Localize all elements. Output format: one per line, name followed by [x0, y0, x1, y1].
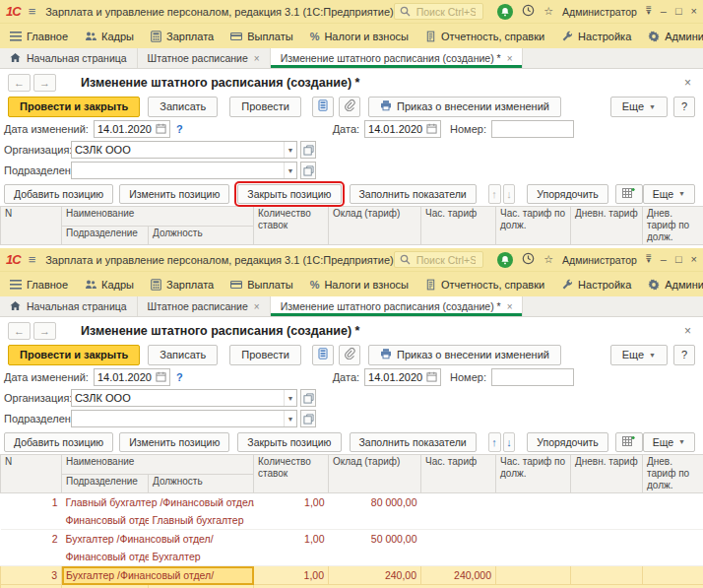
menu-item-reports[interactable]: Отчетность, справки	[425, 31, 544, 42]
dept-cell[interactable]: Финансовый отдел	[62, 585, 149, 588]
post-and-close-button[interactable]: Провести и закрыть	[8, 97, 140, 117]
table-row-detail[interactable]: Финансовый отдел Бухгалтер	[1, 548, 703, 566]
forward-button[interactable]: →	[33, 322, 56, 340]
attachments-button[interactable]	[339, 97, 360, 117]
open-department-icon[interactable]	[300, 410, 316, 427]
add-position-button[interactable]: Добавить позицию	[4, 184, 113, 204]
column-day-rate[interactable]: Дневн. тариф	[571, 207, 643, 245]
move-down-button[interactable]: ↓	[503, 184, 516, 204]
column-n[interactable]: N	[1, 455, 62, 493]
number-input[interactable]	[495, 371, 570, 383]
history-clock-icon[interactable]	[522, 251, 535, 269]
day-rate-pos-cell[interactable]	[643, 566, 703, 585]
organization-input[interactable]	[75, 144, 284, 156]
change-form-button[interactable]	[615, 184, 643, 204]
move-down-button[interactable]: ↓	[503, 432, 516, 452]
hour-rate-cell[interactable]: 240,000	[421, 566, 496, 585]
search-input[interactable]	[415, 253, 478, 267]
tab-home[interactable]: Начальная страница	[0, 296, 138, 316]
order-print-button[interactable]: Приказ о внесении изменений	[368, 345, 561, 365]
dropdown-icon[interactable]: ▼	[284, 163, 296, 178]
minimize-button[interactable]: –	[661, 6, 667, 17]
change-date-field[interactable]	[94, 120, 170, 138]
rate-count-cell[interactable]: 1,00	[254, 530, 329, 549]
add-position-button[interactable]: Добавить позицию	[4, 432, 113, 452]
main-menu-icon[interactable]: ≡	[29, 252, 36, 267]
calendar-icon[interactable]	[426, 371, 437, 384]
maximize-button[interactable]: □	[675, 6, 682, 17]
help-button[interactable]: ?	[673, 97, 695, 117]
column-dept[interactable]: Подразделение	[62, 474, 149, 493]
menu-item-salary[interactable]: Зарплата	[151, 31, 214, 42]
department-field[interactable]: ▼	[71, 162, 297, 179]
department-input[interactable]	[75, 413, 284, 425]
tab-change-staffing[interactable]: Изменение штатного расписания (создание)…	[271, 296, 524, 316]
department-input[interactable]	[75, 164, 284, 176]
column-rate-count[interactable]: Количество ставок	[254, 455, 329, 493]
move-up-button[interactable]: ↑	[488, 432, 501, 452]
fill-indicators-button[interactable]: Заполнить показатели	[350, 184, 477, 204]
order-print-button[interactable]: Приказ о внесении изменений	[368, 97, 561, 117]
column-rate-count[interactable]: Количество ставок	[254, 207, 329, 245]
service-menu-icon[interactable]: ≡▼	[646, 7, 652, 16]
column-name[interactable]: Наименование	[62, 207, 254, 227]
column-hour-rate[interactable]: Час. тариф	[421, 455, 496, 493]
table-row[interactable]: 1 Главный бухгалтер /Финансовый отдел/ 1…	[1, 493, 703, 512]
change-date-input[interactable]	[97, 123, 156, 135]
position-name-cell-selected[interactable]: Бухгалтер /Финансовый отдел/	[62, 566, 254, 585]
hour-rate-cell[interactable]	[421, 493, 496, 512]
column-name[interactable]: Наименование	[62, 455, 254, 475]
position-name-cell[interactable]: Главный бухгалтер /Финансовый отдел/	[62, 493, 254, 512]
close-window-button[interactable]: ×	[691, 254, 697, 265]
organization-field[interactable]: ▼	[71, 389, 297, 407]
notifications-bell-icon[interactable]	[497, 252, 513, 268]
column-position[interactable]: Должность	[149, 474, 254, 493]
document-structure-button[interactable]	[312, 97, 334, 117]
menu-item-administration[interactable]: Администрирование	[648, 31, 703, 42]
menu-item-personnel[interactable]: Кадры	[85, 279, 134, 291]
open-organization-icon[interactable]	[300, 389, 316, 407]
column-dept[interactable]: Подразделение	[62, 226, 149, 245]
change-date-input[interactable]	[97, 371, 156, 383]
dropdown-icon[interactable]: ▼	[284, 142, 296, 158]
close-position-button[interactable]: Закрыть позицию	[237, 184, 341, 204]
number-input[interactable]	[495, 123, 570, 135]
column-day-rate-pos[interactable]: Днев. тариф по долж.	[643, 455, 703, 493]
menu-item-main[interactable]: Главное	[10, 279, 68, 291]
post-button[interactable]: Провести	[229, 345, 301, 365]
row-number[interactable]: 3	[1, 566, 62, 585]
organization-field[interactable]: ▼	[71, 141, 297, 159]
change-date-field[interactable]	[94, 368, 170, 386]
row-number[interactable]: 2	[1, 530, 62, 549]
close-position-button[interactable]: Закрыть позицию	[237, 432, 341, 452]
menu-item-administration[interactable]: Администрирование	[648, 279, 703, 291]
hour-rate-cell[interactable]	[421, 530, 496, 549]
column-hour-rate[interactable]: Час. тариф	[421, 207, 496, 245]
edit-position-button[interactable]: Изменить позицию	[119, 184, 229, 204]
favorites-star-icon[interactable]: ☆	[543, 254, 553, 265]
table-row[interactable]: 2 Бухгалтер /Финансовый отдел/ 1,00 50 0…	[1, 530, 703, 549]
close-tab-icon[interactable]: ×	[507, 53, 513, 64]
column-n[interactable]: N	[1, 207, 62, 245]
close-document-icon[interactable]: ×	[684, 76, 695, 90]
day-rate-cell[interactable]	[571, 530, 643, 549]
calendar-icon[interactable]	[156, 371, 166, 384]
change-date-hint[interactable]: ?	[176, 371, 183, 383]
number-field[interactable]	[491, 120, 574, 138]
forward-button[interactable]: →	[33, 74, 56, 92]
close-document-icon[interactable]: ×	[684, 324, 695, 338]
column-hour-rate-pos[interactable]: Час. тариф по долж.	[496, 455, 571, 493]
dept-cell[interactable]: Финансовый отдел	[62, 548, 149, 566]
dept-cell[interactable]: Финансовый отдел	[62, 511, 149, 530]
dropdown-icon[interactable]: ▼	[284, 390, 296, 406]
open-organization-icon[interactable]	[300, 141, 316, 159]
table-more-button[interactable]: Еще▼	[643, 184, 695, 204]
menu-item-salary[interactable]: Зарплата	[151, 279, 214, 291]
salary-cell[interactable]: 80 000,00	[329, 493, 421, 512]
rate-count-cell[interactable]: 1,00	[254, 566, 329, 585]
notifications-bell-icon[interactable]	[497, 4, 513, 20]
sort-button[interactable]: Упорядочить	[527, 184, 607, 204]
document-structure-button[interactable]	[312, 345, 334, 365]
column-day-rate[interactable]: Дневн. тариф	[571, 455, 643, 493]
help-button[interactable]: ?	[673, 345, 695, 365]
